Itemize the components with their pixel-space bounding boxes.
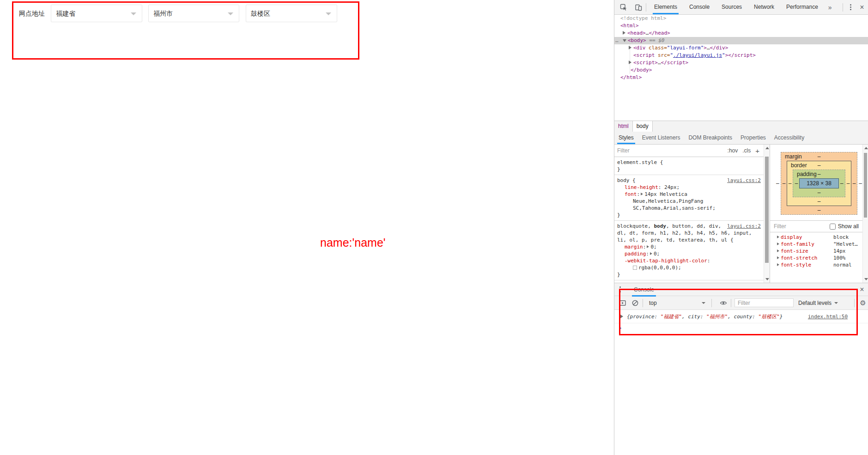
expand-arrow-icon[interactable] <box>629 46 631 49</box>
tab-performance[interactable]: Performance <box>780 0 824 14</box>
console-drawer: Console × top <box>614 283 868 455</box>
tab-console-drawer[interactable]: Console <box>632 283 656 296</box>
rule-element-style[interactable]: element.style { } <box>614 157 764 175</box>
tab-properties[interactable]: Properties <box>736 132 770 144</box>
rule-reset-group[interactable]: layui.css:2 blockquote, body, button, dd… <box>614 221 764 280</box>
scroll-up-icon[interactable] <box>765 147 769 149</box>
clear-console-icon[interactable] <box>631 299 639 307</box>
scroll-up-icon[interactable] <box>864 147 868 149</box>
dom-row-body-close[interactable]: </body> <box>614 67 868 74</box>
computed-prop-font-style[interactable]: font-style normal <box>770 261 868 268</box>
page-content: 网点地址 福建省 福州市 鼓楼区 name:'name' <box>0 0 614 455</box>
toggle-classes[interactable]: .cls <box>742 147 751 154</box>
dom-row-html-close[interactable]: </html> <box>614 74 868 81</box>
script-src-link[interactable]: ./layui/layui.js <box>673 52 722 58</box>
context-selector[interactable]: top <box>646 300 708 306</box>
toggle-hover-state[interactable]: :hov <box>728 147 738 154</box>
computed-prop-font-size[interactable]: font-size 14px <box>770 248 868 255</box>
breadcrumb-body[interactable]: body <box>632 121 653 132</box>
inspect-cursor-icon[interactable] <box>618 2 629 13</box>
expand-arrow-icon[interactable] <box>641 193 643 195</box>
breadcrumb-html[interactable]: html <box>614 121 632 132</box>
color-swatch[interactable] <box>633 266 637 270</box>
expand-arrow-icon[interactable] <box>777 243 779 245</box>
box-model-padding[interactable]: padding – – 1328 × 38 – – <box>793 170 845 197</box>
expand-arrow-icon[interactable] <box>777 263 779 266</box>
sidebar-tabbar: Styles Event Listeners DOM Breakpoints P… <box>614 132 868 145</box>
expand-arrow-icon[interactable] <box>650 252 652 255</box>
expand-arrow-icon[interactable] <box>777 249 779 252</box>
computed-filter-row: Show all <box>770 220 862 232</box>
divider <box>711 299 712 307</box>
expand-arrow-icon[interactable] <box>623 31 625 35</box>
expand-arrow-icon[interactable] <box>647 245 649 248</box>
styles-scrollbar[interactable] <box>764 145 770 283</box>
stylesheet-link[interactable]: layui.css:2 <box>727 177 761 184</box>
dom-row-doctype[interactable]: <!doctype html> <box>614 15 868 22</box>
tab-elements[interactable]: Elements <box>648 0 683 14</box>
dom-row-html-open[interactable]: <html> <box>614 22 868 30</box>
close-devtools-icon[interactable]: × <box>856 3 868 12</box>
device-toolbar-icon[interactable] <box>633 2 644 13</box>
box-model-margin[interactable]: margin – – border – – <box>781 152 857 215</box>
collapse-arrow-icon[interactable] <box>623 39 626 42</box>
new-style-rule-button[interactable]: + <box>755 147 759 155</box>
tab-dom-breakpoints[interactable]: DOM Breakpoints <box>684 132 736 144</box>
tab-styles[interactable]: Styles <box>614 132 638 144</box>
console-message-row[interactable]: {province: "福建省", city: "福州市", county: "… <box>614 310 868 323</box>
scrollbar-thumb[interactable] <box>864 153 867 218</box>
log-levels-dropdown[interactable]: Default levels <box>798 300 838 306</box>
select-province[interactable]: 福建省 <box>51 5 142 22</box>
computed-filter-input[interactable] <box>774 223 815 230</box>
kebab-menu-icon[interactable] <box>846 3 855 12</box>
dom-row-head[interactable]: <head>…</head> <box>614 30 868 37</box>
console-toolbar: top Default levels ⚙ <box>614 296 868 310</box>
computed-prop-display[interactable]: display block <box>770 234 868 241</box>
stylesheet-link[interactable]: layui.css:2 <box>727 223 761 230</box>
box-model-border[interactable]: border – – padding – <box>787 161 851 206</box>
devtools-panel: Elements Console Sources Network Perform… <box>614 0 868 455</box>
scroll-down-icon[interactable] <box>864 278 868 280</box>
show-all-toggle[interactable]: Show all <box>830 223 859 230</box>
annotation-text: name:'name' <box>320 236 386 249</box>
computed-scrollbar[interactable] <box>862 145 868 283</box>
close-drawer-icon[interactable]: × <box>856 285 868 294</box>
select-county[interactable]: 鼓楼区 <box>246 5 337 22</box>
computed-prop-font-stretch[interactable]: font-stretch 100% <box>770 255 868 261</box>
drawer-menu-icon[interactable] <box>615 285 625 294</box>
dom-row-body-selected[interactable]: …<body> == $0 <box>614 37 868 44</box>
console-settings-gear-icon[interactable]: ⚙ <box>858 299 868 307</box>
styles-filter-input[interactable] <box>617 147 728 154</box>
console-filter-input[interactable] <box>734 298 794 307</box>
scroll-down-icon[interactable] <box>765 278 769 280</box>
show-all-checkbox[interactable] <box>830 224 836 230</box>
console-source-link[interactable]: index.html:50 <box>808 314 848 320</box>
expand-arrow-icon[interactable] <box>629 61 631 64</box>
live-expression-eye-icon[interactable] <box>719 299 728 307</box>
expand-arrow-icon[interactable] <box>777 256 779 259</box>
computed-prop-font-family[interactable]: font-family "Helvet… <box>770 241 868 248</box>
tab-event-listeners[interactable]: Event Listeners <box>638 132 685 144</box>
more-tabs-icon[interactable]: » <box>824 4 836 11</box>
tab-sources[interactable]: Sources <box>716 0 748 14</box>
styles-filter-row: :hov .cls + <box>614 145 770 157</box>
console-sidebar-icon[interactable] <box>619 299 627 307</box>
form-label: 网点地址 <box>19 5 45 22</box>
rule-body-layui[interactable]: layui.css:2 body { line-height: 24px; fo… <box>614 175 764 221</box>
select-city[interactable]: 福州市 <box>148 5 239 22</box>
tab-accessibility[interactable]: Accessibility <box>770 132 808 144</box>
console-prompt[interactable] <box>614 323 868 334</box>
tab-console[interactable]: Console <box>683 0 716 14</box>
devtools-tabbar: Elements Console Sources Network Perform… <box>614 0 868 15</box>
dom-row-script-src[interactable]: <script src="./layui/layui.js"></script> <box>614 52 868 59</box>
expand-arrow-icon[interactable] <box>777 236 779 238</box>
expand-object-icon[interactable] <box>620 315 623 318</box>
screen: 网点地址 福建省 福州市 鼓楼区 name:'name' Elements <box>0 0 868 455</box>
computed-properties-list: display block font-family "Helvet… font-… <box>770 232 868 268</box>
scrollbar-thumb[interactable] <box>765 157 769 263</box>
box-model-content-size[interactable]: 1328 × 38 <box>799 178 839 188</box>
dom-row-div[interactable]: <div class="layui-form">…</div> <box>614 44 868 52</box>
box-model-diagram[interactable]: – – margin – – border – <box>781 152 857 215</box>
tab-network[interactable]: Network <box>748 0 780 14</box>
dom-row-script-inline[interactable]: <script>…</script> <box>614 59 868 67</box>
